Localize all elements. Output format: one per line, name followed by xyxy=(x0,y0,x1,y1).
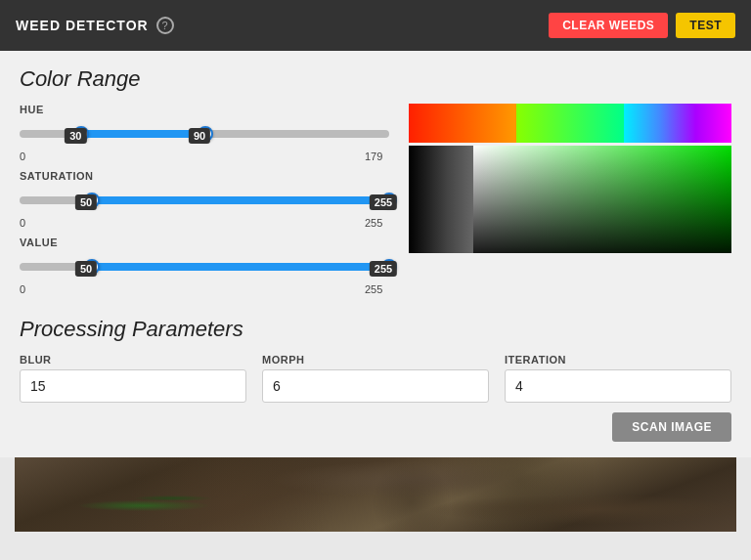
iteration-group: ITERATION xyxy=(505,354,731,403)
saturation-thumb-high[interactable]: 255 xyxy=(381,193,397,208)
value-min: 0 xyxy=(20,283,29,295)
hue-slider-wrap: 30 90 xyxy=(20,119,389,149)
iteration-input[interactable] xyxy=(505,369,731,403)
saturation-label: SATURATION xyxy=(20,170,389,182)
section-title-color-range: Color Range xyxy=(20,66,731,92)
saturation-max: 255 xyxy=(365,217,389,229)
header: WEED DETECTOR ? CLEAR WEEDS TEST xyxy=(0,0,751,51)
morph-group: MORPH xyxy=(262,354,489,403)
hue-thumb-high[interactable]: 90 xyxy=(198,126,213,142)
hue-segments-bar xyxy=(409,104,731,143)
hue-low-badge: 30 xyxy=(65,128,86,144)
clear-weeds-button[interactable]: CLEAR WEEDS xyxy=(549,13,668,38)
value-thumb-high[interactable]: 255 xyxy=(381,259,397,275)
saturation-thumb-low[interactable]: 50 xyxy=(84,193,100,208)
hue-thumb-low[interactable]: 30 xyxy=(73,126,89,142)
main-content: Color Range HUE 30 90 xyxy=(0,51,751,457)
color-viz-area xyxy=(409,104,731,303)
morph-label: MORPH xyxy=(262,354,489,366)
color-range-layout: HUE 30 90 0 179 xyxy=(20,104,731,303)
blur-group: BLUR xyxy=(20,354,246,403)
value-fill xyxy=(92,263,389,271)
saturation-low-badge: 50 xyxy=(75,194,97,210)
scan-image-button[interactable]: SCAN IMAGE xyxy=(612,412,731,442)
params-row: BLUR MORPH ITERATION xyxy=(20,354,731,403)
hue-seg-cyan-blue xyxy=(624,104,731,143)
header-actions: CLEAR WEEDS TEST xyxy=(549,13,735,38)
value-max: 255 xyxy=(365,283,389,295)
app-title: WEED DETECTOR xyxy=(16,18,149,33)
value-label: VALUE xyxy=(20,237,389,248)
header-left: WEED DETECTOR ? xyxy=(16,17,174,34)
saturation-min: 0 xyxy=(20,217,29,229)
value-slider-track[interactable]: 50 255 xyxy=(20,263,389,271)
test-button[interactable]: TEST xyxy=(676,13,735,38)
hue-min: 0 xyxy=(20,151,29,162)
blur-input[interactable] xyxy=(20,369,246,403)
processing-title: Processing Parameters xyxy=(20,317,731,342)
saturation-slider-wrap: 50 255 xyxy=(20,186,389,215)
value-thumb-low[interactable]: 50 xyxy=(84,259,100,275)
saturation-slider-track[interactable]: 50 255 xyxy=(20,196,389,204)
blur-label: BLUR xyxy=(20,354,246,366)
saturation-fill xyxy=(92,196,389,204)
sliders-panel: HUE 30 90 0 179 xyxy=(20,104,389,303)
hue-seg-green xyxy=(516,104,624,143)
saturation-slider-group: SATURATION 50 255 0 255 xyxy=(20,170,389,229)
iteration-label: ITERATION xyxy=(505,354,731,366)
image-preview xyxy=(15,457,736,532)
value-slider-group: VALUE 50 255 0 255 xyxy=(20,237,389,295)
hue-slider-track[interactable]: 30 90 xyxy=(20,130,389,138)
help-icon[interactable]: ? xyxy=(156,17,174,34)
processing-section: Processing Parameters BLUR MORPH ITERATI… xyxy=(20,317,731,442)
hue-max: 179 xyxy=(365,151,389,162)
color-main-gradient xyxy=(473,146,731,253)
hue-fill xyxy=(81,130,205,138)
scan-row: SCAN IMAGE xyxy=(20,412,731,442)
color-gradient-display xyxy=(409,146,731,253)
value-slider-wrap: 50 255 xyxy=(20,252,389,281)
morph-input[interactable] xyxy=(262,369,489,403)
hue-label: HUE xyxy=(20,104,389,115)
value-low-badge: 50 xyxy=(75,261,97,277)
hue-slider-group: HUE 30 90 0 179 xyxy=(20,104,389,162)
color-left-strip xyxy=(409,146,473,253)
hue-seg-red-orange xyxy=(409,104,516,143)
